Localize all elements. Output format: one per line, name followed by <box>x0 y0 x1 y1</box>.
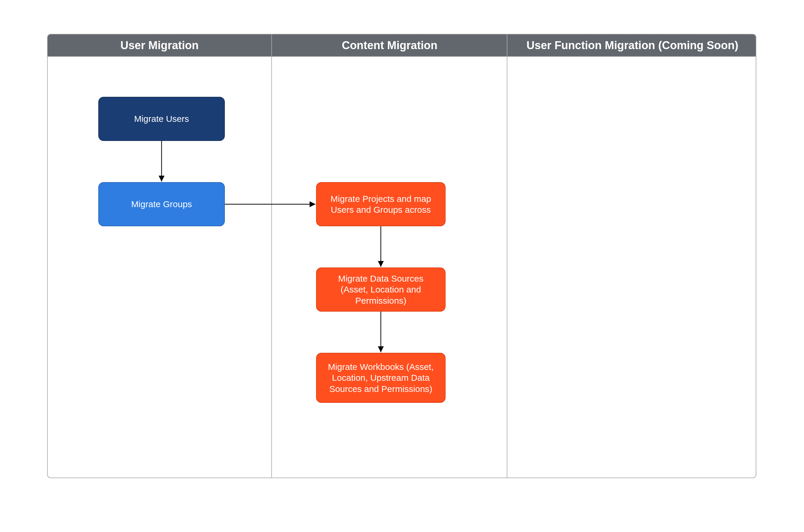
node-migrate-workbooks: Migrate Workbooks (Asset, Location, Upst… <box>316 353 445 403</box>
lane-header-user-function-migration: User Function Migration (Coming Soon) <box>507 34 756 57</box>
node-label: Migrate Workbooks (Asset, Location, Upst… <box>324 361 438 395</box>
node-label: Migrate Projects and map Users and Group… <box>324 193 438 215</box>
node-migrate-data-sources: Migrate Data Sources (Asset, Location an… <box>316 267 445 311</box>
node-label: Migrate Data Sources (Asset, Location an… <box>324 273 438 306</box>
node-migrate-groups: Migrate Groups <box>98 182 225 226</box>
lane-divider <box>507 56 508 478</box>
lane-header-user-migration: User Migration <box>48 34 271 57</box>
node-label: Migrate Users <box>134 113 189 125</box>
node-label: Migrate Groups <box>131 198 192 210</box>
diagram-canvas: User Migration Content Migration User Fu… <box>0 0 804 532</box>
lane-title: Content Migration <box>342 39 437 52</box>
lane-title: User Function Migration (Coming Soon) <box>527 39 739 52</box>
swimlane-frame: User Migration Content Migration User Fu… <box>47 34 756 478</box>
lane-header-content-migration: Content Migration <box>271 34 508 57</box>
lane-title: User Migration <box>120 39 199 52</box>
lane-divider <box>271 56 272 478</box>
node-migrate-users: Migrate Users <box>98 97 225 141</box>
node-migrate-projects: Migrate Projects and map Users and Group… <box>316 182 445 226</box>
